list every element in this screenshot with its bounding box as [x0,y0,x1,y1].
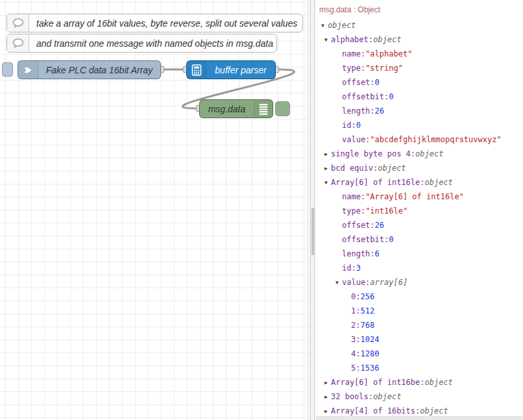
debug-list-icon [254,100,273,117]
debug-object-value: "int16le" [365,206,407,216]
debug-object-key: id: [342,264,356,273]
comment-label: and transmit one message with named obje… [29,34,276,52]
debug-object-key: 1: [351,306,360,315]
debug-tree-row: ▼alphabet: object [316,32,523,47]
debug-tree-row: 1: 512 [316,304,523,318]
comment-node-2[interactable]: and transmit one message with named obje… [6,34,277,53]
debug-tree-row: length: 6 [316,247,523,261]
debug-object-value: object [420,406,448,415]
collapse-icon[interactable]: ▼ [321,23,328,29]
debug-object-value: "abcdefghijklmmopqrstuvwxyz" [370,135,501,144]
debug-object-key: alphabet: [331,35,373,44]
debug-tree-row: 2: 768 [316,318,523,332]
expand-icon[interactable]: ▶ [324,408,331,414]
debug-tree-row: offsetbit: 0 [316,90,523,104]
debug-object-key: 3: [351,335,360,344]
debug-object-key: name: [342,49,365,58]
expand-icon[interactable]: ▶ [324,151,331,157]
debug-object-key: type: [342,206,365,216]
inject-arrow-icon [18,61,38,79]
debug-tree-row: 0: 256 [316,290,523,304]
debug-object-key: offset: [342,221,375,230]
debug-object-key: value: [342,135,370,144]
debug-object-key: 5: [351,364,360,373]
debug-object-value: 1280 [360,349,379,358]
debug-tree-row: id: 3 [316,261,523,275]
debug-object-key: Array[6] of int16be: [331,378,425,387]
debug-object-key: offset: [342,78,375,87]
debug-object-value: 26 [375,106,384,116]
debug-object-value: 0 [389,92,393,101]
debug-object-key: 0: [351,292,360,301]
debug-object-value: object [378,164,406,173]
debug-tree-row: offset: 0 [316,75,523,90]
debug-object-value: 0 [356,121,361,130]
debug-object-value: array[6] [370,278,407,287]
speech-bubble-icon [7,34,29,52]
debug-tree-row: ▼object [316,18,523,32]
node-red-editor: take a array of 16bit values, byte rever… [0,0,523,420]
debug-object-key: Array[6] of int16le: [331,178,425,187]
debug-tree-row: 4: 1280 [316,347,523,361]
debug-toggle-button[interactable] [275,101,290,116]
debug-tree-row: ▶bcd equiv: object [316,161,523,175]
buffer-parser-node-label: buffer parser [206,61,275,79]
flow-canvas[interactable]: take a array of 16bit values, byte rever… [0,0,308,420]
collapse-icon[interactable]: ▼ [324,180,331,186]
debug-object-value: object [425,178,453,187]
debug-object-key: length: [342,249,375,258]
debug-object-value: object [415,149,443,158]
expand-icon[interactable]: ▶ [324,394,331,400]
debug-tree-row: ▶single byte pos 4: object [316,147,523,161]
debug-object-value: "Array[6] of int16le" [365,192,464,201]
debug-tree-row: id: 0 [316,118,523,132]
debug-tree-row: offset: 26 [316,218,523,232]
sidebar-scrollbar[interactable] [310,0,315,420]
collapse-icon[interactable]: ▼ [324,37,331,43]
sidebar-scrollbar-thumb[interactable] [311,208,315,255]
debug-object-key: type: [342,64,365,73]
debug-object-value: 768 [360,321,374,330]
debug-object-value: 256 [360,292,374,301]
expand-icon[interactable]: ▶ [324,380,331,386]
debug-object-key: 32 bools: [331,392,373,401]
debug-tree-row: ▼Array[6] of int16le: object [316,175,523,190]
debug-tree-row: 5: 1536 [316,361,523,375]
debug-object-value: 6 [375,249,380,258]
buffer-parser-node[interactable]: buffer parser [186,60,276,79]
debug-tree-row: ▼value: array[6] [316,275,523,290]
debug-object-value: 3 [356,264,361,273]
debug-object-value: object [373,35,401,44]
debug-object-value: 0 [375,78,380,87]
debug-tree-row: type: "string" [316,61,523,75]
debug-panel-bottom-bar [316,416,523,420]
debug-object-value: "alphabet" [365,49,412,58]
debug-object-value: 1536 [360,364,379,373]
debug-tree: ▼object▼alphabet: objectname: "alphabet"… [316,16,523,418]
collapse-icon[interactable]: ▼ [335,280,342,286]
debug-tree-row: 3: 1024 [316,332,523,347]
debug-object-key: offsetbit: [342,235,389,244]
debug-tree-row: length: 26 [316,104,523,118]
debug-node[interactable]: msg.data [199,99,273,118]
debug-object-key: value: [342,278,370,287]
comment-node-1[interactable]: take a array of 16bit values, byte rever… [6,14,303,32]
debug-node-label: msg.data [200,100,254,117]
debug-object-value: 1024 [360,335,379,344]
debug-object-value: object [373,392,401,401]
debug-object-key: offsetbit: [342,92,389,101]
expand-icon[interactable]: ▶ [324,166,331,171]
debug-tree-row: ▶Array[6] of int16be: object [316,375,523,389]
debug-tree-row: type: "int16le" [316,204,523,218]
comment-label: take a array of 16bit values, byte rever… [29,14,302,32]
debug-object-value: 0 [389,235,393,244]
debug-object-value: 512 [360,306,374,315]
debug-object-key: id: [342,121,356,130]
debug-tree-row: name: "alphabet" [316,47,523,61]
sidebar-separator[interactable] [308,0,316,420]
inject-node[interactable]: Fake PLC data 16bit Array [18,60,161,79]
debug-object-key: Array[4] of 16bits: [331,406,420,415]
inject-trigger-button[interactable] [2,62,13,77]
speech-bubble-icon [7,14,29,32]
debug-message-path: msg.data : Object [316,0,523,16]
